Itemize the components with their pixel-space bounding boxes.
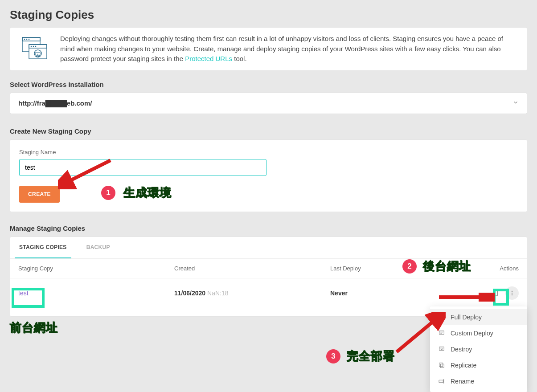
svg-rect-27 [439,363,443,367]
installation-select[interactable]: http://fra▇▇▇▇eb.com/ [10,93,527,114]
menu-replicate-label: Replicate [451,362,476,369]
more-actions-button[interactable] [505,286,519,300]
wordpress-staging-icon [20,36,49,62]
staging-copy-link[interactable]: test [18,290,29,297]
rename-icon [438,378,445,385]
menu-destroy[interactable]: Destroy [430,341,527,357]
manage-heading: Manage Staging Copies [10,225,527,232]
menu-full-deploy[interactable]: Full Deploy [430,309,527,325]
col-actions: Actions [483,265,519,272]
menu-full-deploy-label: Full Deploy [451,314,482,321]
destroy-icon [438,346,445,353]
menu-custom-deploy-label: Custom Deploy [451,330,493,337]
menu-custom-deploy[interactable]: Custom Deploy [430,325,527,341]
menu-rename[interactable]: Rename [430,373,527,389]
svg-rect-15 [439,315,444,318]
create-button[interactable]: CREATE [19,186,60,203]
table-row: test 11/06/2020NaN:18 Never [10,278,527,308]
menu-destroy-label: Destroy [451,346,472,353]
staging-name-label: Staging Name [19,149,518,155]
intro-text-after: tool. [232,55,247,62]
menu-replicate[interactable]: Replicate [430,357,527,373]
tab-backup[interactable]: BACKUP [82,237,115,258]
last-deploy-value: Never [330,290,348,297]
col-created: Created [174,265,330,272]
annotation-3: 3 完全部署 [326,348,395,364]
staging-name-input[interactable] [19,159,266,176]
svg-point-12 [512,290,512,291]
page-title: Staging Copies [10,8,527,22]
select-installation-label: Select WordPress Installation [10,81,527,88]
svg-point-13 [512,292,512,293]
intro-card: Deploying changes without thoroughly tes… [10,27,527,71]
svg-rect-28 [440,364,444,368]
chevron-down-icon [512,99,519,107]
replicate-icon [438,362,445,369]
menu-rename-label: Rename [451,378,474,385]
manage-card: STAGING COPIES BACKUP Staging Copy Creat… [10,237,527,317]
svg-rect-23 [439,347,444,351]
create-staging-card: Staging Name CREATE [10,139,527,212]
intro-text-before: Deploying changes without thoroughly tes… [60,35,503,62]
annotation-front-text: 前台網址 [10,320,58,335]
actions-dropdown: Full Deploy Custom Deploy Destroy Replic… [430,306,527,392]
svg-point-14 [512,294,512,295]
login-icon[interactable] [488,287,501,299]
svg-point-8 [33,45,34,47]
create-heading: Create New Staging Copy [10,127,527,135]
deploy-icon [438,314,445,321]
svg-point-3 [26,38,28,40]
installation-selected-value: http://fra▇▇▇▇eb.com/ [18,99,92,107]
svg-point-4 [29,38,30,40]
annotation-3-text: 完全部署 [347,348,395,364]
custom-deploy-icon [438,330,445,337]
tabs-row: STAGING COPIES BACKUP [10,237,527,259]
created-date: 11/06/2020 [174,290,205,297]
intro-text: Deploying changes without thoroughly tes… [60,34,517,64]
col-last-deploy: Last Deploy [330,265,483,272]
svg-point-7 [31,45,32,47]
col-staging-copy: Staging Copy [18,265,174,272]
protected-urls-link[interactable]: Protected URLs [185,55,232,62]
annotation-3-number: 3 [326,349,340,363]
tab-staging-copies[interactable]: STAGING COPIES [15,237,71,258]
svg-point-9 [35,45,37,47]
svg-point-2 [24,38,25,40]
created-time: NaN:18 [207,290,228,297]
svg-rect-29 [439,380,443,382]
table-header: Staging Copy Created Last Deploy Actions [10,259,527,278]
